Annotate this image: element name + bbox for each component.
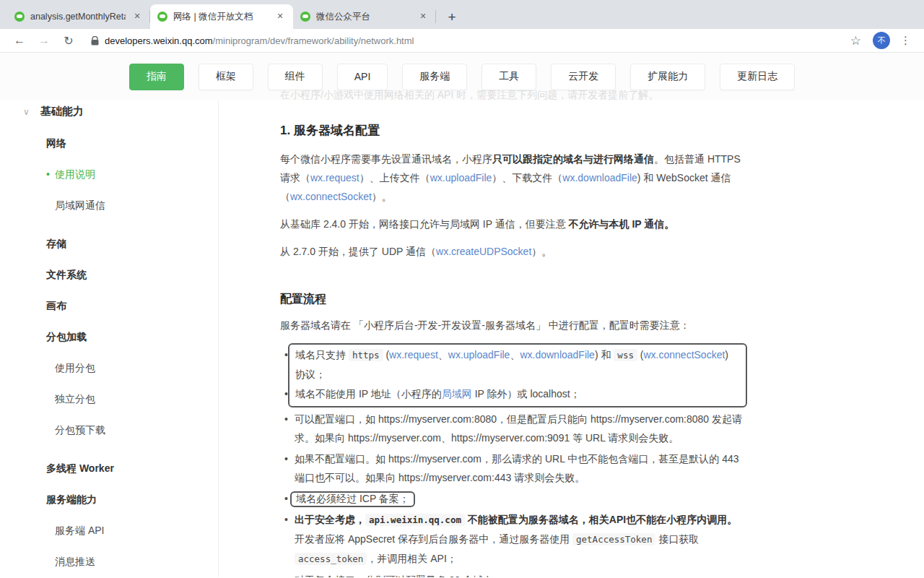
doc-link[interactable]: wx.request xyxy=(310,172,359,184)
browser-toolbar: ← → ↻ developers.weixin.qq.com/miniprogr… xyxy=(0,29,924,53)
text: 域名不能使用 IP 地址（小程序的 xyxy=(295,388,442,400)
paragraph: 从 2.7.0 开始，提供了 UDP 通信（wx.createUDPSocket… xyxy=(280,242,747,261)
sidebar-item[interactable]: 使用分包 xyxy=(55,362,218,375)
forward-icon[interactable]: → xyxy=(35,31,53,50)
code-span: api.weixin.qq.com xyxy=(365,514,465,526)
list-item: 域名只支持 https (wx.request、wx.uploadFile、wx… xyxy=(295,345,740,384)
chevron-icon: ∨ xyxy=(23,107,40,117)
list-item: 域名必须经过 ICP 备案； xyxy=(295,489,747,508)
sidebar-item[interactable]: 服务端能力 xyxy=(46,493,218,506)
doc-link[interactable]: wx.request xyxy=(389,349,438,361)
bold-text: 只可以跟指定的域名与进行网络通信 xyxy=(492,153,654,165)
reload-icon[interactable]: ↻ xyxy=(59,31,78,50)
annotation-box: 域名只支持 https (wx.request、wx.uploadFile、wx… xyxy=(288,343,747,407)
text: 域名只支持 xyxy=(295,349,349,361)
text: 可以配置端口，如 https://myserver.com:8080，但是配置后… xyxy=(295,413,742,444)
list-item: 如果不配置端口。如 https://myserver.com，那么请求的 URL… xyxy=(295,449,747,487)
sidebar-item[interactable]: 网络 xyxy=(46,137,218,150)
bookmark-star-icon[interactable]: ☆ xyxy=(850,33,861,48)
sidebar-item[interactable]: 存储 xyxy=(46,238,218,251)
text: ）。 xyxy=(531,246,552,257)
topnav-button-5[interactable]: 服务端 xyxy=(402,64,467,90)
text: 如果不配置端口。如 https://myserver.com，那么请求的 URL… xyxy=(295,453,739,483)
bold-text: 出于安全考虑， xyxy=(295,514,365,525)
text: 从 2.7.0 开始，提供了 UDP 通信（ xyxy=(280,246,436,257)
sidebar-section-1[interactable]: ∨基础能力 xyxy=(23,105,218,118)
topnav-button-6[interactable]: 工具 xyxy=(481,64,536,90)
sidebar-item[interactable]: 多线程 Worker xyxy=(46,462,218,475)
doc-link[interactable]: wx.uploadFile xyxy=(448,349,510,361)
browser-tab-strip: analysis.getMonthlyRetain | 微信 × 网络 | 微信… xyxy=(0,0,924,29)
list-item: 域名不能使用 IP 地址（小程序的局域网 IP 除外）或 localhost； xyxy=(295,384,740,403)
paragraph: 从基础库 2.4.0 开始，网络接口允许与局域网 IP 通信，但要注意 不允许与… xyxy=(280,215,747,233)
text: ）、下载文件（ xyxy=(492,172,562,184)
sidebar-item[interactable]: 分包预下载 xyxy=(55,424,218,437)
topnav-button-9[interactable]: 更新日志 xyxy=(720,64,795,90)
sidebar-item[interactable]: 文件系统 xyxy=(46,269,218,282)
text: 接口获取 xyxy=(655,533,699,545)
tab-close-icon[interactable]: × xyxy=(131,11,143,22)
tab-close-icon[interactable]: × xyxy=(417,11,429,22)
wechat-favicon-icon xyxy=(157,12,167,22)
spacer xyxy=(46,455,218,462)
sidebar-item[interactable]: 独立分包 xyxy=(55,393,218,406)
doc-link[interactable]: wx.uploadFile xyxy=(430,172,492,184)
topnav-button-2[interactable]: 框架 xyxy=(199,64,253,90)
sidebar-item-active[interactable]: 使用说明 xyxy=(55,168,218,181)
spacer xyxy=(46,230,218,238)
doc-link[interactable]: wx.downloadFile xyxy=(520,349,595,361)
browser-menu-icon[interactable]: ⋮ xyxy=(900,34,911,47)
list-item: 出于安全考虑，api.weixin.qq.com 不能被配置为服务器域名，相关A… xyxy=(295,510,747,569)
sidebar-item[interactable]: 分包加载 xyxy=(46,331,218,344)
doc-content: 1. 服务器域名配置每个微信小程序需要事先设置通讯域名，小程序只可以跟指定的域名… xyxy=(280,122,747,577)
bold-text: 不允许与本机 IP 通信。 xyxy=(569,218,675,230)
text: IP 除外）或 localhost； xyxy=(472,388,580,400)
sidebar-item[interactable]: 局域网通信 xyxy=(55,199,218,212)
topnav-button-1[interactable]: 指南 xyxy=(129,64,184,90)
url-path: /miniprogram/dev/framework/ability/netwo… xyxy=(213,35,414,46)
address-bar[interactable]: developers.weixin.qq.com/miniprogram/dev… xyxy=(105,35,843,46)
url-host: developers.weixin.qq.com xyxy=(105,35,213,46)
topnav-button-7[interactable]: 云开发 xyxy=(551,64,616,90)
text: 每个微信小程序需要事先设置通讯域名，小程序 xyxy=(280,153,492,165)
topnav-button-4[interactable]: API xyxy=(337,64,388,90)
profile-avatar[interactable]: 不 xyxy=(873,32,890,49)
tab-close-icon[interactable]: × xyxy=(274,11,286,22)
text: ）、上传文件（ xyxy=(359,172,430,184)
lock-icon xyxy=(91,36,99,46)
browser-tab-3[interactable]: 微信公众平台 × xyxy=(293,4,436,29)
site-header: 在小程序/小游戏中使用网络相关的 API 时，需要注意下列问题，请开发者提前了解… xyxy=(0,53,924,100)
doc-link[interactable]: wx.connectSocket xyxy=(290,191,372,202)
annotation-box: 域名必须经过 ICP 备案； xyxy=(290,491,415,507)
sidebar-item[interactable]: 服务端 API xyxy=(55,525,218,538)
text: 域名必须经过 ICP 备案； xyxy=(296,493,409,504)
wechat-favicon-icon xyxy=(14,12,25,22)
code-span: access_token xyxy=(295,553,367,565)
wechat-favicon-icon xyxy=(300,12,310,22)
list-item: 对于每个接口，分别可以配置最多 20 个域名。 xyxy=(295,571,747,577)
sidebar-item[interactable]: 消息推送 xyxy=(55,556,218,569)
new-tab-button[interactable]: + xyxy=(442,7,462,27)
tab-title: 微信公众平台 xyxy=(316,11,411,23)
topnav-button-8[interactable]: 扩展能力 xyxy=(630,64,705,90)
text: ( xyxy=(383,349,390,361)
doc-link[interactable]: 局域网 xyxy=(442,388,472,400)
text: ）。 xyxy=(372,191,392,202)
doc-link[interactable]: wx.connectSocket xyxy=(644,349,725,361)
tab-title: analysis.getMonthlyRetain | 微信 xyxy=(30,11,126,23)
sidebar-item[interactable]: 画布 xyxy=(46,300,218,313)
scrolled-under-text: 在小程序/小游戏中使用网络相关的 API 时，需要注意下列问题，请开发者提前了解… xyxy=(280,89,658,102)
tab-title: 网络 | 微信开放文档 xyxy=(173,11,269,23)
back-icon[interactable]: ← xyxy=(10,31,29,50)
text: 从基础库 2.4.0 开始，网络接口允许与局域网 IP 通信，但要注意 xyxy=(280,218,569,230)
browser-tab-2-active[interactable]: 网络 | 微信开放文档 × xyxy=(150,4,293,29)
sidebar-section-label: 基础能力 xyxy=(40,105,84,118)
text: 服务器域名请在 「小程序后台-开发-开发设置-服务器域名」 中进行配置，配置时需… xyxy=(280,319,690,331)
bold-text: 不能被配置为服务器域名，相关API也不能在小程序内调用。 xyxy=(465,514,737,525)
text: 、 xyxy=(438,349,448,361)
code-span: wss xyxy=(614,349,637,361)
topnav-button-3[interactable]: 组件 xyxy=(268,64,323,90)
doc-link[interactable]: wx.createUDPSocket xyxy=(436,246,531,257)
doc-link[interactable]: wx.downloadFile xyxy=(562,172,637,184)
browser-tab-1[interactable]: analysis.getMonthlyRetain | 微信 × xyxy=(7,4,150,29)
